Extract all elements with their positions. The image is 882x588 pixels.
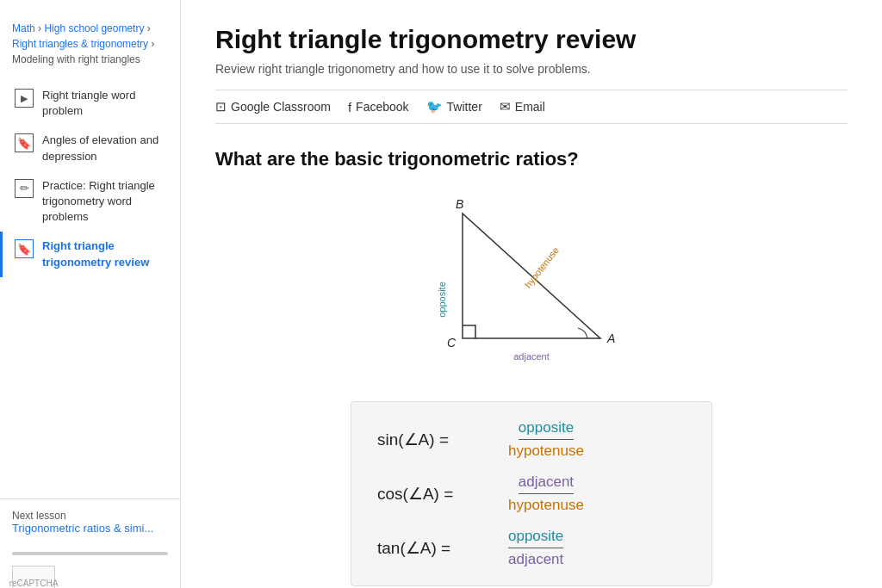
breadcrumb-current: Modeling with right triangles	[12, 53, 140, 65]
sidebar-item-3-label: Practice: Right triangle trigonometry wo…	[42, 178, 168, 226]
next-lesson-title[interactable]: Trigonometric ratios & simi...	[12, 522, 168, 535]
breadcrumb-math[interactable]: Math	[12, 22, 35, 34]
next-lesson-label: Next lesson	[12, 510, 168, 522]
tan-row: tan(∠A) = opposite adjacent	[377, 528, 686, 568]
sidebar-item-4[interactable]: 🔖 Right triangle trigonometry review	[0, 232, 180, 276]
page-subtitle: Review right triangle trigonometry and h…	[215, 62, 848, 76]
share-twitter[interactable]: 🐦 Twitter	[426, 99, 482, 115]
sin-numerator: opposite	[519, 419, 574, 440]
sidebar-item-1[interactable]: ▶ Right triangle word problem	[0, 81, 180, 126]
cos-row: cos(∠A) = adjacent hypotenuse	[377, 473, 686, 514]
trig-ratios-table: sin(∠A) = opposite hypotenuse cos(∠A) = …	[351, 401, 712, 586]
sidebar-items: ▶ Right triangle word problem 🔖 Angles o…	[0, 81, 180, 492]
tan-fraction: opposite adjacent	[508, 528, 563, 568]
sidebar: Math › High school geometry › Right tria…	[0, 0, 181, 588]
captcha-area: reCAPTCHA	[0, 559, 180, 588]
tan-lhs: tan(∠A) =	[377, 538, 498, 558]
hypotenuse-label: hypotenuse	[523, 244, 561, 289]
sidebar-item-1-label: Right triangle word problem	[42, 88, 168, 119]
tan-numerator: opposite	[508, 528, 563, 548]
sidebar-item-2[interactable]: 🔖 Angles of elevation and depression	[0, 126, 180, 170]
share-google-classroom-label: Google Classroom	[231, 100, 331, 114]
section-title: What are the basic trigonometric ratios?	[215, 148, 848, 170]
breadcrumb: Math › High school geometry › Right tria…	[0, 14, 180, 81]
sidebar-item-4-label: Right triangle trigonometry review	[42, 238, 168, 269]
bookmark-active-icon: 🔖	[15, 239, 34, 258]
sidebar-item-3[interactable]: ✏ Practice: Right triangle trigonometry …	[0, 171, 180, 232]
pencil-icon: ✏	[15, 179, 34, 198]
captcha-box[interactable]: reCAPTCHA	[12, 566, 55, 588]
cos-lhs: cos(∠A) =	[377, 484, 498, 504]
twitter-icon: 🐦	[426, 99, 443, 115]
main-content: Right triangle trigonometry review Revie…	[181, 0, 882, 588]
share-email[interactable]: ✉ Email	[500, 99, 545, 115]
facebook-icon: f	[348, 100, 351, 115]
triangle-diagram: B A C opposite hypotenuse adjacent	[215, 188, 848, 377]
tan-denominator: adjacent	[508, 551, 563, 568]
sidebar-item-2-label: Angles of elevation and depression	[42, 133, 168, 164]
breadcrumb-rt[interactable]: Right triangles & trigonometry	[12, 38, 148, 50]
cos-fraction: adjacent hypotenuse	[508, 473, 584, 514]
opposite-label: opposite	[437, 282, 447, 318]
share-facebook[interactable]: f Facebook	[348, 100, 409, 115]
email-icon: ✉	[500, 99, 511, 115]
share-email-label: Email	[515, 100, 545, 114]
sidebar-scrollbar[interactable]	[12, 552, 168, 555]
vertex-b-label: B	[456, 197, 463, 211]
next-lesson: Next lesson Trigonometric ratios & simi.…	[0, 498, 180, 545]
vertex-c-label: C	[447, 336, 457, 350]
cos-numerator: adjacent	[519, 473, 574, 494]
bookmark-icon-2: 🔖	[15, 133, 34, 152]
breadcrumb-hsg[interactable]: High school geometry	[44, 22, 144, 34]
share-twitter-label: Twitter	[447, 100, 482, 114]
adjacent-label: adjacent	[513, 351, 550, 362]
sin-row: sin(∠A) = opposite hypotenuse	[377, 419, 686, 460]
sin-lhs: sin(∠A) =	[377, 430, 498, 449]
triangle-svg: B A C opposite hypotenuse adjacent	[411, 188, 652, 377]
sin-fraction: opposite hypotenuse	[508, 419, 584, 460]
share-facebook-label: Facebook	[356, 100, 408, 114]
sin-denominator: hypotenuse	[508, 443, 584, 460]
google-classroom-icon: ⊡	[215, 99, 227, 115]
page-title: Right triangle trigonometry review	[215, 24, 848, 55]
cos-denominator: hypotenuse	[508, 497, 584, 514]
play-icon: ▶	[15, 89, 34, 108]
share-bar: ⊡ Google Classroom f Facebook 🐦 Twitter …	[215, 90, 848, 124]
share-google-classroom[interactable]: ⊡ Google Classroom	[215, 99, 331, 115]
vertex-a-label: A	[606, 331, 615, 345]
